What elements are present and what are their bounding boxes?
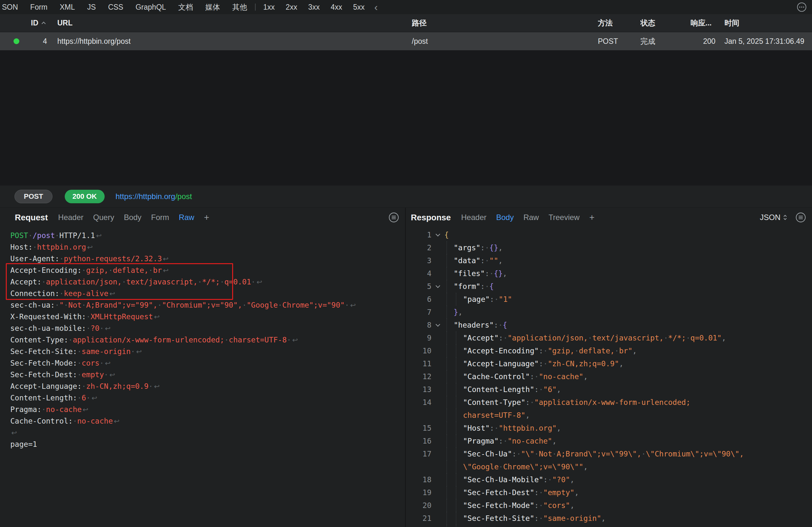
type-filter-son[interactable]: SON [2, 3, 18, 12]
space-dot: · [503, 437, 508, 445]
type-filter-媒体[interactable]: 媒体 [205, 2, 220, 12]
type-filter-form[interactable]: Form [30, 3, 48, 12]
status-filter-3xx[interactable]: 3xx [308, 3, 320, 12]
response-tab-raw[interactable]: Raw [523, 213, 539, 222]
code-token: zh-CN,zh;q=0.9 [86, 382, 148, 390]
type-filter-其他[interactable]: 其他 [232, 2, 247, 12]
status-filter-4xx[interactable]: 4xx [331, 3, 342, 12]
response-tab-header[interactable]: Header [461, 213, 487, 222]
code-token: , [525, 411, 530, 419]
code-token: Connection: [10, 289, 59, 298]
indent-guide [456, 447, 456, 460]
line-number: 8 [406, 318, 432, 331]
code-token: , [583, 462, 588, 471]
code-token: python-requests/2.32.3 [64, 255, 162, 263]
response-body-line: 3"data":·"", [406, 254, 812, 267]
code-token: Not [68, 301, 82, 309]
format-selector-value: JSON [760, 213, 781, 222]
indent-guide [447, 383, 447, 396]
indent-guide [447, 344, 447, 357]
code-token: : [543, 475, 548, 484]
column-response[interactable]: 响应... [691, 18, 724, 28]
indent-guide [447, 280, 447, 293]
fold-chevron-icon[interactable] [432, 228, 444, 241]
column-method[interactable]: 方法 [598, 18, 640, 28]
status-filter-1xx[interactable]: 1xx [263, 3, 275, 12]
type-filter-graphql[interactable]: GraphQL [135, 3, 166, 12]
code-token: "Sec-Ch-Ua-Mobile" [463, 475, 543, 484]
code-token: "zh-CN,zh;q=0.9" [548, 359, 619, 368]
code-line-content: "args":·{}, [444, 241, 812, 254]
line-number: 7 [406, 306, 432, 318]
request-raw-line: sec-ch-ua:·"·Not·A;Brand";v="99",·"Chrom… [10, 299, 405, 311]
request-tab-body[interactable]: Body [124, 213, 142, 222]
status-filter-2xx[interactable]: 2xx [286, 3, 297, 12]
code-token: : [499, 334, 503, 342]
format-selector[interactable]: JSON [760, 213, 787, 222]
column-url[interactable]: URL [49, 19, 411, 27]
code-token: charset=UTF-8" [463, 411, 525, 419]
fold-chevron-slot [432, 293, 444, 306]
response-body-line: 9"Accept":·"application/json,·text/javas… [406, 331, 812, 344]
indent-guide [456, 460, 456, 473]
space-dot: · [77, 359, 82, 367]
indent-guide [456, 409, 456, 422]
fold-chevron-icon[interactable] [432, 318, 444, 331]
fold-chevron-slot [432, 396, 444, 409]
fold-chevron-slot [432, 254, 444, 267]
space-dot: · [641, 450, 646, 458]
fold-chevron-slot [432, 447, 444, 460]
indent-guide [456, 344, 456, 357]
space-dot: · [530, 398, 535, 407]
response-add-tab-button[interactable]: + [589, 212, 594, 223]
request-tab-raw[interactable]: Raw [179, 213, 194, 222]
request-tabs: HeaderQueryBodyFormRaw [58, 213, 204, 222]
code-token: : [530, 372, 535, 381]
response-menu-icon[interactable] [795, 212, 806, 223]
response-tab-treeview[interactable]: Treeview [549, 213, 580, 222]
code-token: : [480, 256, 485, 265]
space-dot: · [148, 382, 153, 390]
request-menu-icon[interactable] [388, 212, 399, 223]
type-filter-css[interactable]: CSS [108, 3, 123, 12]
request-row-selected[interactable]: 4 https://httpbin.org/post /post POST 完成… [0, 32, 812, 50]
column-time[interactable]: 时间 [724, 18, 812, 28]
code-token: , [458, 308, 463, 316]
space-dot: · [251, 278, 256, 286]
request-raw-line: Accept:·application/json,·text/javascrip… [10, 276, 405, 288]
space-dot: · [489, 269, 494, 278]
more-options-icon[interactable] [797, 2, 807, 12]
collapse-filters-icon[interactable]: ‹ [375, 1, 378, 13]
column-status[interactable]: 状态 [640, 18, 691, 28]
request-tab-query[interactable]: Query [93, 213, 114, 222]
indent-guide [447, 357, 447, 370]
return-icon: ↩ [292, 336, 298, 344]
space-dot: · [86, 312, 90, 321]
type-filter-xml[interactable]: XML [60, 3, 75, 12]
space-dot: · [59, 255, 64, 263]
request-raw-content[interactable]: POST·/post·HTTP/1.1↩Host:·httpbin.org↩Us… [0, 227, 405, 527]
space-dot: · [686, 334, 690, 342]
column-path[interactable]: 路径 [411, 18, 598, 28]
indent-guide [447, 435, 447, 447]
indent-guide [456, 512, 456, 525]
column-id[interactable]: ID [23, 19, 49, 27]
request-add-tab-button[interactable]: + [204, 212, 209, 223]
fold-chevron-icon[interactable] [432, 280, 444, 293]
method-badge: POST [14, 190, 53, 203]
request-tab-form[interactable]: Form [151, 213, 169, 222]
detail-url: https://httpbin.org/post [116, 192, 192, 201]
response-tab-body[interactable]: Body [496, 213, 514, 222]
request-tab-header[interactable]: Header [58, 213, 84, 222]
line-number: 18 [406, 473, 432, 486]
type-filter-文档[interactable]: 文档 [178, 2, 193, 12]
fold-chevron-slot [432, 422, 444, 435]
code-token: */*; [202, 278, 220, 286]
code-token: HTTP/1.1 [59, 231, 95, 240]
response-body-line: 18"Sec-Ch-Ua-Mobile":·"?0", [406, 473, 812, 486]
status-filter-5xx[interactable]: 5xx [353, 3, 365, 12]
response-body-content[interactable]: 1{2"args":·{},3"data":·"",4"files":·{},5… [406, 227, 812, 527]
response-body-line: 8"headers":·{ [406, 318, 812, 331]
type-filter-js[interactable]: JS [87, 3, 96, 12]
indent-guide [447, 318, 447, 331]
